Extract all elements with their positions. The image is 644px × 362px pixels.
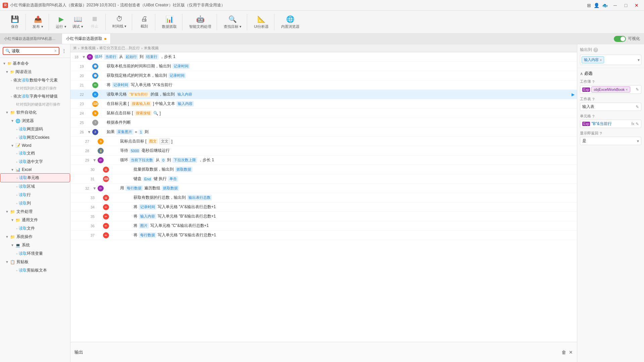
line-num-22: 22 xyxy=(76,93,87,97)
tree-leaf-read-file[interactable]: ◦ 读取文件 xyxy=(0,224,70,233)
workbook-chip-remove[interactable]: × xyxy=(626,87,628,92)
cell-edit-icon[interactable]: ✎ xyxy=(636,122,639,126)
expand-arrow-genfile: ▼ xyxy=(11,218,14,222)
maximize-button[interactable]: □ xyxy=(621,1,631,9)
play-button-22[interactable]: ▶ xyxy=(569,90,577,99)
tree-category-read-syntax[interactable]: ▼ 📁 阅读语法 xyxy=(0,68,70,76)
built-in-browser-button[interactable]: 🌐 内置浏览器 xyxy=(278,14,302,31)
close-button[interactable]: ✕ xyxy=(632,1,641,9)
worksheet-help-icon[interactable]: ? xyxy=(592,97,594,101)
tab-main[interactable]: 小红书爆款选题抓取RPA机器人（搜索版）2023年10月30日 xyxy=(0,34,62,44)
user-icon[interactable]: 👤 xyxy=(594,3,599,8)
run-button[interactable]: ▶ 运行 ▾ xyxy=(53,14,69,31)
system-label: 系统 xyxy=(22,242,30,248)
data-capture-button[interactable]: 📊 数据抓取 xyxy=(159,14,179,31)
output-tag-remove[interactable]: × xyxy=(600,58,602,62)
tree-leaf-read-doc[interactable]: ◦ 读取文档 xyxy=(0,149,70,158)
line-content-24: 鼠标点击目标 [ 搜索按钮 🔍 ] xyxy=(99,109,577,117)
read-file-label: 读取文件 xyxy=(19,226,35,231)
line-num-31: 31 xyxy=(87,177,97,181)
cell-help-icon[interactable]: ? xyxy=(592,114,594,118)
code-line-26: 26 ▼ if 如果 采集图片 = 1 则 xyxy=(70,127,577,137)
tree-leaf-read-selected[interactable]: ◦ 读取选中文字 xyxy=(0,158,70,166)
timeline-button[interactable]: ⏱ 时间线 ▾ xyxy=(110,14,129,30)
tree-category-clipboard[interactable]: ▼ 📋 剪贴板 xyxy=(0,258,70,266)
capture-icon: 🖨 xyxy=(141,15,148,23)
data-capture-label: 数据抓取 xyxy=(162,24,177,29)
tree-category-software-auto[interactable]: ▼ 📁 软件自动化 xyxy=(0,108,70,117)
text-31b: 键 执行 xyxy=(154,176,167,182)
tree-leaf-read-area[interactable]: ◦ 读取区域 xyxy=(0,182,70,191)
line-icon-20: ⌚ xyxy=(92,73,99,79)
tree-category-word[interactable]: ▼ 📝 Word xyxy=(0,142,70,149)
line-num-37: 37 xyxy=(87,233,97,237)
tree-leaf-read-row[interactable]: ◦ 读取行 xyxy=(0,191,70,199)
tree-leaf-read-env[interactable]: ◦ 读取环境变量 xyxy=(0,249,70,258)
leaf-icon-4: ◦ xyxy=(16,135,17,140)
search-clear-button[interactable]: × xyxy=(54,49,57,53)
tree-category-excel[interactable]: ▼ 📊 Excel xyxy=(0,166,70,173)
publish-button[interactable]: 📤 发布 ▾ xyxy=(30,14,46,31)
read-doc-label: 读取文档 xyxy=(19,150,35,156)
ai-doc-button[interactable]: 🤖 智能文档处理 xyxy=(186,14,214,31)
return-dropdown-arrow[interactable]: ▾ xyxy=(637,139,639,143)
keyword-step: ，步长 1 xyxy=(160,54,175,60)
capture-button[interactable]: 🖨 截刮 xyxy=(136,14,152,30)
line-content-18: 循环 当前行 从 起始行 到 结束行 ，步长 1 xyxy=(93,53,577,61)
ui-analyzer-button[interactable]: 📐 UI分析器 xyxy=(251,14,271,31)
leaf-icon-11: ◦ xyxy=(16,226,17,231)
output-to-help-icon[interactable]: ? xyxy=(593,48,598,52)
tree-leaf-read-source[interactable]: ◦ 读取网页源码 xyxy=(0,125,70,133)
find-target-button[interactable]: 🔍 查找目标 ▾ xyxy=(221,14,244,31)
workbook-help-icon[interactable]: ? xyxy=(592,80,594,84)
tree-leaf-read-cookies[interactable]: ◦ 读取网页Cookies xyxy=(0,133,70,142)
line-content-33: 获取有数据的行总数，输出到 输出表行总数 xyxy=(109,193,577,202)
output-dropdown-arrow[interactable]: ▾ xyxy=(638,58,640,62)
expand-arrow-soft: ▼ xyxy=(5,111,9,114)
line-num-26: 26 xyxy=(76,130,87,134)
software-auto-label: 软件自动化 xyxy=(16,110,37,115)
line-expand-26[interactable]: ▼ xyxy=(87,130,92,134)
tree-leaf-read-dict[interactable]: ◦ 依次读取字典中每对键值 xyxy=(0,92,70,101)
tree-category-system[interactable]: ▼ 💻 系统 xyxy=(0,241,70,249)
grid-icon[interactable]: ⊞ xyxy=(587,3,591,8)
tree-category-basic[interactable]: ▼ 📁 基本命令 xyxy=(0,59,70,68)
debug-button[interactable]: 📖 调试 ▾ xyxy=(70,14,86,31)
output-clear-button[interactable]: 🗑 xyxy=(561,350,566,355)
workbook-edit-icon[interactable]: ✎ xyxy=(636,87,639,92)
required-section: ∧ 必选 工作薄 ? Exp objExcelWorkBook × ✎ xyxy=(577,68,644,150)
minimize-button[interactable]: ─ xyxy=(610,1,620,9)
visibility-label: 可视化 xyxy=(628,36,640,42)
tab-sub[interactable]: 小红书爆款选题抓取 xyxy=(62,34,111,44)
output-tag-chip: 输入内容 × xyxy=(582,56,604,63)
tree-leaf-read-array[interactable]: ◦ 依次读取数组中每个元素 xyxy=(0,76,70,84)
save-button[interactable]: 💾 保存 xyxy=(7,14,23,31)
line-expand-32[interactable]: ▼ xyxy=(92,186,97,191)
visibility-toggle-area: 可视化 xyxy=(610,34,644,44)
return-help-icon[interactable]: ? xyxy=(600,131,602,135)
tree-category-general-file[interactable]: ▼ 📁 通用文件 xyxy=(0,216,70,224)
search-input[interactable] xyxy=(12,49,54,53)
stop-button[interactable]: ⏹ 停止 xyxy=(87,14,103,30)
keyword-loop: 循环 xyxy=(95,54,103,60)
tree-leaf-read-cell[interactable]: ◦ 读取单元格 xyxy=(0,173,70,182)
cell-fx-icon[interactable]: fx xyxy=(631,122,634,126)
tree-leaf-read-col[interactable]: ◦ 读取列 xyxy=(0,199,70,207)
text-29c: 到 xyxy=(167,157,171,163)
output-close-button[interactable]: ✕ xyxy=(569,350,573,355)
visibility-toggle-button[interactable]: 可视化 xyxy=(614,36,640,42)
line-icon-23: ⌨ xyxy=(92,101,99,107)
worksheet-edit-icon[interactable]: ✎ xyxy=(636,105,639,109)
line-expand-18[interactable]: ▼ xyxy=(81,55,87,59)
tree-leaf-read-clipboard[interactable]: ◦ 读取剪贴板文本 xyxy=(0,266,70,275)
keyword-from: 从 xyxy=(119,54,123,60)
text-37a: 将 xyxy=(133,232,138,238)
collapse-panel-button[interactable]: ⋮ xyxy=(61,48,67,54)
tree-category-sys[interactable]: ▼ 📁 系统操作 xyxy=(0,233,70,241)
line-content-31: 键盘 End 键 执行 单击 xyxy=(109,175,577,183)
tree-category-browser[interactable]: ▼ 🌐 浏览器 xyxy=(0,117,70,125)
fish-icon[interactable]: 🐟 xyxy=(602,3,608,8)
code-line-32: 32 ▼ ⟳ 用 每行数据 遍历数组 抓取数据 xyxy=(70,184,577,193)
line-expand-29[interactable]: ▼ xyxy=(92,158,97,163)
tree-category-file[interactable]: ▼ 📁 文件处理 xyxy=(0,207,70,216)
